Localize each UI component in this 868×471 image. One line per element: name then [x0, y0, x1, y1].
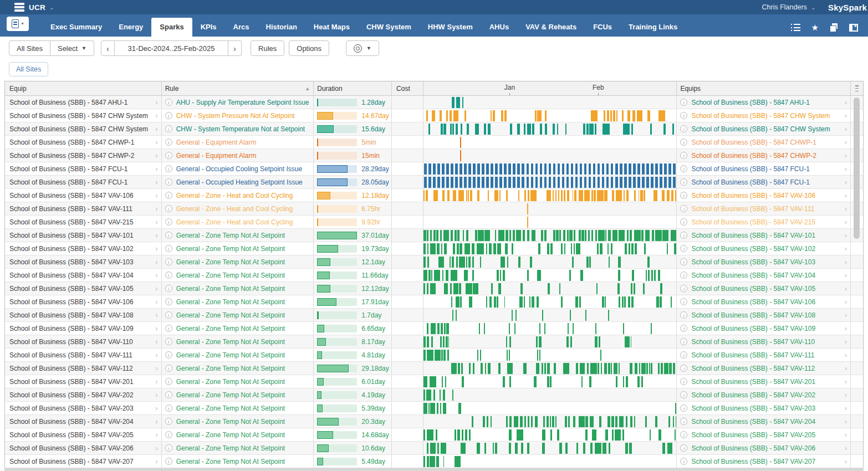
- equips-cell[interactable]: iSchool of Business (SBB) - 5847 VAV-101…: [677, 229, 851, 242]
- chevron-right-icon[interactable]: ›: [845, 457, 848, 465]
- rule-label[interactable]: General - Zone Temp Not At Setpoint: [176, 405, 285, 412]
- equip-cell[interactable]: School of Business (SBB) - 5847 CHWP-1›: [5, 136, 162, 149]
- info-icon[interactable]: i: [680, 272, 687, 279]
- equip-cell[interactable]: School of Business (SBB) - 5847 VAV-105›: [5, 282, 162, 295]
- date-range-field[interactable]: 31-Dec-2024..25-Feb-2025: [115, 40, 228, 56]
- info-icon[interactable]: i: [680, 285, 687, 292]
- equip-cell[interactable]: School of Business (SBB) - 5847 FCU-1›: [5, 162, 162, 175]
- equips-label[interactable]: School of Business (SBB) - 5847 CHW Syst…: [691, 125, 830, 133]
- tab-ahus[interactable]: AHUs: [481, 18, 517, 37]
- rule-label[interactable]: General - Zone Temp Not At Setpoint: [176, 338, 285, 346]
- chevron-right-icon[interactable]: ›: [845, 284, 848, 293]
- equips-cell[interactable]: iSchool of Business (SBB) - 5847 CHW Sys…: [677, 109, 851, 122]
- equips-label[interactable]: School of Business (SBB) - 5847 VAV-207: [691, 458, 815, 465]
- rule-cell[interactable]: iGeneral - Zone Temp Not At Setpoint: [162, 349, 314, 361]
- equip-cell[interactable]: School of Business (SBB) - 5847 VAV-111›: [5, 202, 162, 215]
- equips-label[interactable]: School of Business (SBB) - 5847 VAV-103: [691, 258, 815, 266]
- chevron-right-icon[interactable]: ›: [155, 351, 159, 359]
- info-icon[interactable]: i: [165, 391, 172, 398]
- rule-label[interactable]: CHW - System Pressure Not At Setpoint: [176, 112, 295, 120]
- equip-cell[interactable]: School of Business (SBB) - 5847 CHWP-2›: [5, 149, 162, 162]
- rule-label[interactable]: General - Zone Temp Not At Setpoint: [176, 325, 285, 332]
- equip-cell[interactable]: School of Business (SBB) - 5847 VAV-102›: [5, 242, 162, 255]
- equip-cell[interactable]: School of Business (SBB) - 5847 VAV-106›: [5, 295, 162, 308]
- info-icon[interactable]: i: [165, 351, 172, 359]
- info-icon[interactable]: i: [680, 391, 687, 398]
- info-icon[interactable]: i: [680, 405, 687, 412]
- rule-label[interactable]: General - Zone Temp Not At Setpoint: [176, 365, 285, 372]
- timeline-cell[interactable]: [423, 388, 677, 401]
- equips-label[interactable]: School of Business (SBB) - 5847 VAV-112: [691, 365, 815, 372]
- equip-cell[interactable]: School of Business (SBB) - 5847 VAV-205›: [5, 428, 162, 441]
- chevron-right-icon[interactable]: ›: [845, 111, 848, 120]
- info-icon[interactable]: i: [680, 218, 687, 226]
- equips-cell[interactable]: iSchool of Business (SBB) - 5847 VAV-215…: [677, 216, 851, 228]
- info-icon[interactable]: i: [165, 178, 172, 186]
- info-icon[interactable]: i: [165, 458, 172, 465]
- equip-cell[interactable]: School of Business (SBB) - 5847 VAV-106›: [5, 189, 162, 202]
- all-sites-chip[interactable]: All Sites: [9, 62, 48, 76]
- tab-kpis[interactable]: KPIs: [192, 18, 225, 37]
- rule-cell[interactable]: iGeneral - Occupied Heating Setpoint Iss…: [162, 176, 314, 188]
- all-sites-button[interactable]: All Sites: [9, 40, 50, 56]
- rule-label[interactable]: General - Zone Temp Not At Setpoint: [176, 391, 285, 399]
- info-icon[interactable]: i: [165, 298, 172, 305]
- chevron-right-icon[interactable]: ›: [155, 125, 159, 133]
- equip-cell[interactable]: School of Business (SBB) - 5847 VAV-206›: [5, 442, 162, 454]
- info-icon[interactable]: i: [165, 232, 172, 239]
- equips-cell[interactable]: iSchool of Business (SBB) - 5847 VAV-104…: [677, 269, 851, 281]
- header-grid-menu[interactable]: [851, 81, 863, 95]
- rule-label[interactable]: General - Zone - Heat and Cool Cycling: [176, 192, 293, 199]
- info-icon[interactable]: i: [680, 311, 687, 319]
- chevron-right-icon[interactable]: ›: [845, 404, 848, 412]
- favorite-star-icon[interactable]: ★: [811, 23, 819, 32]
- tab-heat-maps[interactable]: Heat Maps: [305, 18, 358, 37]
- chevron-right-icon[interactable]: ›: [845, 337, 848, 346]
- info-icon[interactable]: i: [680, 338, 687, 345]
- chevron-right-icon[interactable]: ›: [845, 351, 848, 359]
- equip-cell[interactable]: School of Business (SBB) - 5847 VAV-103›: [5, 255, 162, 268]
- info-icon[interactable]: i: [165, 258, 172, 265]
- timeline-cell[interactable]: [423, 176, 677, 188]
- chevron-right-icon[interactable]: ›: [155, 98, 159, 106]
- equips-label[interactable]: School of Business (SBB) - 5847 VAV-111: [691, 205, 814, 213]
- info-icon[interactable]: i: [165, 245, 172, 252]
- info-icon[interactable]: i: [165, 152, 172, 159]
- tab-chw-system[interactable]: CHW System: [358, 18, 420, 37]
- info-icon[interactable]: i: [680, 325, 687, 332]
- chevron-right-icon[interactable]: ›: [845, 258, 848, 266]
- timeline-cell[interactable]: [423, 136, 677, 149]
- timeline-cell[interactable]: [423, 109, 677, 122]
- chevron-right-icon[interactable]: ›: [155, 337, 159, 346]
- equips-label[interactable]: School of Business (SBB) - 5847 VAV-203: [691, 405, 815, 412]
- rule-cell[interactable]: iCHW - System Pressure Not At Setpoint: [162, 109, 314, 122]
- info-icon[interactable]: i: [165, 444, 172, 452]
- chevron-right-icon[interactable]: ›: [845, 218, 848, 226]
- equip-cell[interactable]: School of Business (SBB) - 5847 VAV-203›: [5, 402, 162, 414]
- info-icon[interactable]: i: [680, 165, 687, 172]
- info-icon[interactable]: i: [680, 152, 687, 159]
- chevron-right-icon[interactable]: ›: [155, 244, 159, 253]
- timeline-cell[interactable]: [423, 322, 677, 335]
- rule-cell[interactable]: iGeneral - Equipment Alarm: [162, 149, 314, 162]
- equips-cell[interactable]: iSchool of Business (SBB) - 5847 VAV-201…: [677, 375, 851, 388]
- rule-label[interactable]: General - Zone Temp Not At Setpoint: [176, 418, 285, 426]
- equips-cell[interactable]: iSchool of Business (SBB) - 5847 VAV-204…: [677, 415, 851, 428]
- info-icon[interactable]: i: [165, 365, 172, 372]
- timeline-cell[interactable]: [423, 442, 677, 454]
- equips-cell[interactable]: iSchool of Business (SBB) - 5847 FCU-1›: [677, 176, 851, 188]
- info-icon[interactable]: i: [680, 378, 687, 385]
- equip-cell[interactable]: School of Business (SBB) - 5847 AHU-1›: [5, 96, 162, 109]
- rule-cell[interactable]: iGeneral - Zone Temp Not At Setpoint: [162, 295, 314, 308]
- equip-cell[interactable]: School of Business (SBB) - 5847 CHW Syst…: [5, 122, 162, 135]
- chevron-right-icon[interactable]: ›: [155, 218, 159, 226]
- info-icon[interactable]: i: [680, 298, 687, 305]
- timeline-cell[interactable]: [423, 415, 677, 428]
- rule-cell[interactable]: iGeneral - Zone Temp Not At Setpoint: [162, 402, 314, 414]
- info-icon[interactable]: i: [165, 325, 172, 332]
- equips-cell[interactable]: iSchool of Business (SBB) - 5847 VAV-202…: [677, 388, 851, 401]
- info-icon[interactable]: i: [165, 431, 172, 438]
- timeline-cell[interactable]: [423, 362, 677, 375]
- equips-label[interactable]: School of Business (SBB) - 5847 VAV-106: [691, 192, 815, 199]
- chevron-right-icon[interactable]: ›: [845, 191, 848, 199]
